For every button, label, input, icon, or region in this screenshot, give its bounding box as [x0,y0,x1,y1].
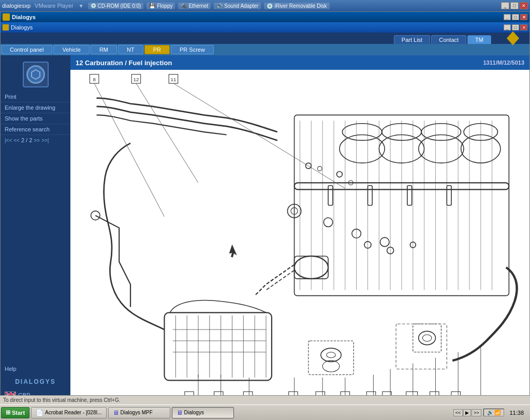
taskbar-acrobat[interactable]: 📄 Acrobat Reader - [028I... [31,407,107,418]
dialogys-label: Dialogys [184,410,204,415]
minimize-button[interactable]: _ [501,2,509,9]
renault-diamond [505,31,521,46]
app-titlebar-controls: _ □ ✕ [504,14,527,20]
taskbar-play-button[interactable]: ▶ [463,409,471,416]
start-button[interactable]: ⊞ Start [1,407,30,418]
svg-point-44 [419,331,436,344]
dialogys-title: Dialogys [11,24,33,31]
sound-icon: 🔊 [216,3,223,9]
svg-point-42 [327,352,335,358]
svg-point-40 [321,348,341,362]
tab-contact[interactable]: Contact [431,35,466,44]
taskbar-next-button[interactable]: >> [472,409,481,416]
dialogys-footer-text: DIALOGYS [1,374,70,389]
taskbar-right: << ▶ >> 🔊 📶 11:38 [453,409,529,416]
page-prev-button[interactable]: << [13,138,20,143]
vmware-floppy[interactable]: 💾 Floppy [146,3,175,9]
status-message: To direct input to this virtual machine,… [3,397,120,403]
app-minimize-button[interactable]: _ [504,14,511,20]
vmware-player-label: VMware Player [35,3,73,9]
app-icon [3,13,10,21]
vmware-titlebar: dialogiesxp VMware Player ▼ 💿 CD-ROM (ID… [0,0,530,11]
app-icon-1: 🖥 [113,409,119,416]
drawing-title: 12 Carburation / Fuel injection [76,59,172,67]
vmware-ethernet[interactable]: 🔌 Ethernet [178,3,211,9]
tab-part-list[interactable]: Part List [394,35,430,44]
taskbar-dialogys-mpf[interactable]: 🖥 Dialogys MPF [108,407,170,418]
sound-label: Sound Adapter [224,3,258,9]
app-maximize-button[interactable]: □ [512,14,519,20]
cdrom-label: CD-ROM (IDE 0:0) [98,3,141,9]
svg-rect-38 [165,312,272,380]
taskbar-prev-button[interactable]: << [453,409,463,416]
nav-pr[interactable]: PR [144,45,170,54]
vmware-titlebar-left: dialogiesxp VMware Player ▼ 💿 CD-ROM (ID… [2,3,501,9]
pagination-controls: |<< << 2 / 2 >> >>| [1,135,70,145]
page-total: 2 [29,137,32,143]
app-title: Dialogys [12,14,36,20]
vmware-cdrom[interactable]: 💿 CD-ROM (IDE 0:0) [88,3,144,9]
taskbar-nav-buttons: << ▶ >> [453,409,481,416]
svg-rect-43 [413,324,441,352]
drawing-canvas[interactable]: 8 12 11 [70,70,529,403]
cd-icon: 💿 [91,3,96,8]
pdf-icon: 📄 [36,409,43,416]
svg-line-82 [173,83,345,188]
svg-rect-28 [367,186,372,205]
nav-rm[interactable]: RM [91,45,117,54]
svg-point-18 [340,135,385,163]
vmware-usb[interactable]: 💿 iRiver Removable Disk [264,3,329,9]
page-next-button[interactable]: >> [34,138,40,143]
nav-vehicle[interactable]: Vehicle [53,45,89,54]
app-titlebar: Dialogys _ □ ✕ [1,12,529,22]
nav-pr-screw[interactable]: PR Screw [171,45,214,54]
dialogys-minimize-button[interactable]: _ [504,24,511,31]
svg-point-24 [421,124,461,141]
svg-marker-91 [229,245,237,257]
reference-search-button[interactable]: Reference search [1,124,70,135]
enlarge-drawing-button[interactable]: Enlarge the drawing [1,102,70,113]
app-close-button[interactable]: ✕ [520,14,527,20]
svg-rect-27 [328,186,333,205]
app-titlebar-left: Dialogys [3,13,504,21]
nav-nt[interactable]: NT [118,45,143,54]
ethernet-icon: 🔌 [181,3,187,9]
print-button[interactable]: Print [1,92,70,102]
svg-text:11: 11 [171,77,176,82]
content-area: Print Enlarge the drawing Show the parts… [1,55,529,403]
taskbar-dialogys[interactable]: 🖥 Dialogys [172,407,234,418]
page-current: 2 [21,137,24,143]
tray-icons: 🔊 📶 [487,410,501,415]
svg-point-20 [419,135,464,163]
dialogys-titlebar: Dialogys _ □ ✕ [1,22,529,33]
hex-icon [30,69,41,80]
dialogys-close-button[interactable]: ✕ [520,24,527,31]
ethernet-label: Ethernet [188,3,208,9]
page-separator: / [26,137,27,143]
start-label: Start [12,410,25,416]
dialogys-titlebar-controls: _ □ ✕ [504,24,527,31]
svg-point-41 [322,361,340,372]
page-first-button[interactable]: |<< [5,138,12,143]
vmware-controls: _ □ ✕ [501,2,528,9]
show-parts-button[interactable]: Show the parts [1,113,70,124]
nav-control-panel[interactable]: Control panel [1,45,52,54]
maximize-button[interactable]: □ [510,2,519,9]
svg-point-35 [323,218,332,227]
clock: 11:38 [506,410,527,416]
tab-tm[interactable]: TM [467,35,491,44]
sidebar: Print Enlarge the drawing Show the parts… [1,55,70,403]
page-last-button[interactable]: >>| [41,138,49,143]
vmware-sound[interactable]: 🔊 Sound Adapter [214,3,261,9]
drawing-reference: 1311/M/12/5013 [483,59,524,66]
dialogys-restore-button[interactable]: □ [512,24,519,31]
dialogys-mpf-label: Dialogys MPF [121,410,153,415]
system-tray: 🔊 📶 [483,409,505,416]
help-link[interactable]: Help [1,364,70,374]
drawing-header: 12 Carburation / Fuel injection 1311/M/1… [70,55,529,70]
svg-point-85 [317,167,322,171]
svg-rect-30 [447,186,451,205]
technical-drawing-svg: 8 12 11 [70,70,529,403]
close-button[interactable]: ✕ [520,2,528,9]
top-navigation: Part List Contact TM [1,33,529,44]
